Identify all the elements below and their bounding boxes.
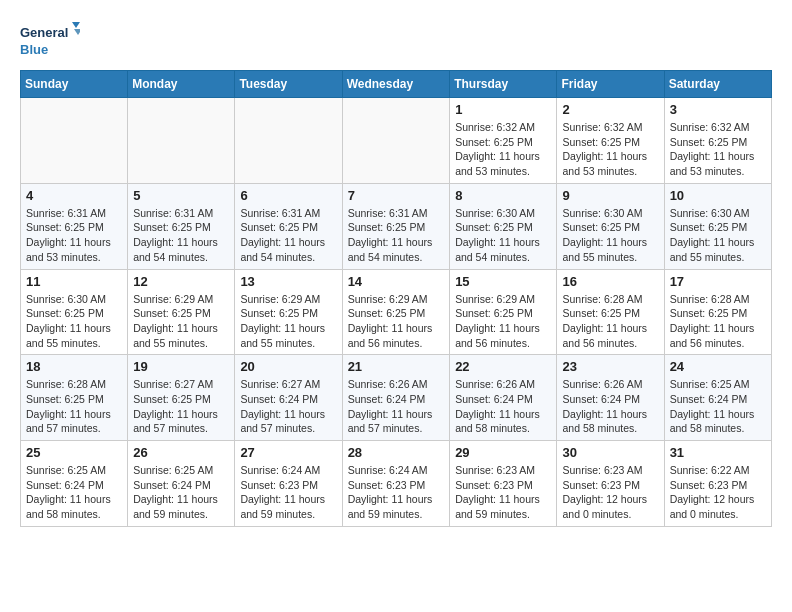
day-number: 20 (240, 359, 336, 374)
calendar-cell: 17Sunrise: 6:28 AM Sunset: 6:25 PM Dayli… (664, 269, 771, 355)
calendar-cell: 1Sunrise: 6:32 AM Sunset: 6:25 PM Daylig… (450, 98, 557, 184)
calendar-cell: 16Sunrise: 6:28 AM Sunset: 6:25 PM Dayli… (557, 269, 664, 355)
day-info: Sunrise: 6:30 AM Sunset: 6:25 PM Dayligh… (455, 206, 551, 265)
day-info: Sunrise: 6:27 AM Sunset: 6:24 PM Dayligh… (240, 377, 336, 436)
calendar-cell: 29Sunrise: 6:23 AM Sunset: 6:23 PM Dayli… (450, 441, 557, 527)
day-number: 24 (670, 359, 766, 374)
day-info: Sunrise: 6:26 AM Sunset: 6:24 PM Dayligh… (455, 377, 551, 436)
calendar-cell: 12Sunrise: 6:29 AM Sunset: 6:25 PM Dayli… (128, 269, 235, 355)
calendar-cell: 7Sunrise: 6:31 AM Sunset: 6:25 PM Daylig… (342, 183, 450, 269)
calendar-cell: 2Sunrise: 6:32 AM Sunset: 6:25 PM Daylig… (557, 98, 664, 184)
calendar-cell (21, 98, 128, 184)
day-number: 2 (562, 102, 658, 117)
week-row-4: 18Sunrise: 6:28 AM Sunset: 6:25 PM Dayli… (21, 355, 772, 441)
day-number: 10 (670, 188, 766, 203)
calendar-cell: 13Sunrise: 6:29 AM Sunset: 6:25 PM Dayli… (235, 269, 342, 355)
week-row-5: 25Sunrise: 6:25 AM Sunset: 6:24 PM Dayli… (21, 441, 772, 527)
day-info: Sunrise: 6:28 AM Sunset: 6:25 PM Dayligh… (562, 292, 658, 351)
week-row-1: 1Sunrise: 6:32 AM Sunset: 6:25 PM Daylig… (21, 98, 772, 184)
calendar-cell: 10Sunrise: 6:30 AM Sunset: 6:25 PM Dayli… (664, 183, 771, 269)
day-number: 15 (455, 274, 551, 289)
day-info: Sunrise: 6:29 AM Sunset: 6:25 PM Dayligh… (133, 292, 229, 351)
calendar-cell: 20Sunrise: 6:27 AM Sunset: 6:24 PM Dayli… (235, 355, 342, 441)
weekday-header-saturday: Saturday (664, 71, 771, 98)
calendar-table: SundayMondayTuesdayWednesdayThursdayFrid… (20, 70, 772, 527)
day-number: 19 (133, 359, 229, 374)
calendar-cell: 26Sunrise: 6:25 AM Sunset: 6:24 PM Dayli… (128, 441, 235, 527)
calendar-cell: 8Sunrise: 6:30 AM Sunset: 6:25 PM Daylig… (450, 183, 557, 269)
calendar-cell: 31Sunrise: 6:22 AM Sunset: 6:23 PM Dayli… (664, 441, 771, 527)
day-number: 11 (26, 274, 122, 289)
day-number: 21 (348, 359, 445, 374)
day-info: Sunrise: 6:25 AM Sunset: 6:24 PM Dayligh… (26, 463, 122, 522)
day-info: Sunrise: 6:24 AM Sunset: 6:23 PM Dayligh… (348, 463, 445, 522)
day-info: Sunrise: 6:24 AM Sunset: 6:23 PM Dayligh… (240, 463, 336, 522)
svg-text:Blue: Blue (20, 42, 48, 57)
day-number: 4 (26, 188, 122, 203)
calendar-cell: 21Sunrise: 6:26 AM Sunset: 6:24 PM Dayli… (342, 355, 450, 441)
weekday-header-wednesday: Wednesday (342, 71, 450, 98)
day-number: 13 (240, 274, 336, 289)
calendar-cell: 4Sunrise: 6:31 AM Sunset: 6:25 PM Daylig… (21, 183, 128, 269)
day-number: 23 (562, 359, 658, 374)
weekday-header-row: SundayMondayTuesdayWednesdayThursdayFrid… (21, 71, 772, 98)
calendar-cell: 30Sunrise: 6:23 AM Sunset: 6:23 PM Dayli… (557, 441, 664, 527)
day-number: 6 (240, 188, 336, 203)
day-info: Sunrise: 6:30 AM Sunset: 6:25 PM Dayligh… (670, 206, 766, 265)
day-info: Sunrise: 6:32 AM Sunset: 6:25 PM Dayligh… (562, 120, 658, 179)
day-number: 31 (670, 445, 766, 460)
day-info: Sunrise: 6:29 AM Sunset: 6:25 PM Dayligh… (240, 292, 336, 351)
day-number: 30 (562, 445, 658, 460)
day-info: Sunrise: 6:23 AM Sunset: 6:23 PM Dayligh… (562, 463, 658, 522)
day-info: Sunrise: 6:31 AM Sunset: 6:25 PM Dayligh… (133, 206, 229, 265)
svg-text:General: General (20, 25, 68, 40)
calendar-cell: 15Sunrise: 6:29 AM Sunset: 6:25 PM Dayli… (450, 269, 557, 355)
weekday-header-thursday: Thursday (450, 71, 557, 98)
calendar-cell: 6Sunrise: 6:31 AM Sunset: 6:25 PM Daylig… (235, 183, 342, 269)
day-info: Sunrise: 6:25 AM Sunset: 6:24 PM Dayligh… (133, 463, 229, 522)
day-number: 17 (670, 274, 766, 289)
week-row-3: 11Sunrise: 6:30 AM Sunset: 6:25 PM Dayli… (21, 269, 772, 355)
day-number: 26 (133, 445, 229, 460)
calendar-cell: 28Sunrise: 6:24 AM Sunset: 6:23 PM Dayli… (342, 441, 450, 527)
day-number: 8 (455, 188, 551, 203)
calendar-cell: 19Sunrise: 6:27 AM Sunset: 6:25 PM Dayli… (128, 355, 235, 441)
day-info: Sunrise: 6:30 AM Sunset: 6:25 PM Dayligh… (26, 292, 122, 351)
day-number: 9 (562, 188, 658, 203)
day-info: Sunrise: 6:31 AM Sunset: 6:25 PM Dayligh… (240, 206, 336, 265)
day-number: 16 (562, 274, 658, 289)
day-info: Sunrise: 6:26 AM Sunset: 6:24 PM Dayligh… (562, 377, 658, 436)
week-row-2: 4Sunrise: 6:31 AM Sunset: 6:25 PM Daylig… (21, 183, 772, 269)
day-info: Sunrise: 6:31 AM Sunset: 6:25 PM Dayligh… (348, 206, 445, 265)
calendar-cell: 22Sunrise: 6:26 AM Sunset: 6:24 PM Dayli… (450, 355, 557, 441)
calendar-cell: 27Sunrise: 6:24 AM Sunset: 6:23 PM Dayli… (235, 441, 342, 527)
day-info: Sunrise: 6:30 AM Sunset: 6:25 PM Dayligh… (562, 206, 658, 265)
svg-marker-3 (74, 29, 80, 35)
day-info: Sunrise: 6:28 AM Sunset: 6:25 PM Dayligh… (26, 377, 122, 436)
day-info: Sunrise: 6:22 AM Sunset: 6:23 PM Dayligh… (670, 463, 766, 522)
day-info: Sunrise: 6:32 AM Sunset: 6:25 PM Dayligh… (670, 120, 766, 179)
calendar-cell (235, 98, 342, 184)
calendar-cell: 9Sunrise: 6:30 AM Sunset: 6:25 PM Daylig… (557, 183, 664, 269)
calendar-cell: 3Sunrise: 6:32 AM Sunset: 6:25 PM Daylig… (664, 98, 771, 184)
day-info: Sunrise: 6:26 AM Sunset: 6:24 PM Dayligh… (348, 377, 445, 436)
day-info: Sunrise: 6:25 AM Sunset: 6:24 PM Dayligh… (670, 377, 766, 436)
day-info: Sunrise: 6:31 AM Sunset: 6:25 PM Dayligh… (26, 206, 122, 265)
calendar-cell: 23Sunrise: 6:26 AM Sunset: 6:24 PM Dayli… (557, 355, 664, 441)
day-info: Sunrise: 6:29 AM Sunset: 6:25 PM Dayligh… (348, 292, 445, 351)
calendar-cell: 25Sunrise: 6:25 AM Sunset: 6:24 PM Dayli… (21, 441, 128, 527)
day-info: Sunrise: 6:29 AM Sunset: 6:25 PM Dayligh… (455, 292, 551, 351)
day-number: 5 (133, 188, 229, 203)
day-number: 14 (348, 274, 445, 289)
day-number: 12 (133, 274, 229, 289)
weekday-header-monday: Monday (128, 71, 235, 98)
weekday-header-friday: Friday (557, 71, 664, 98)
calendar-cell (342, 98, 450, 184)
day-number: 27 (240, 445, 336, 460)
day-number: 3 (670, 102, 766, 117)
day-number: 29 (455, 445, 551, 460)
calendar-cell: 14Sunrise: 6:29 AM Sunset: 6:25 PM Dayli… (342, 269, 450, 355)
day-number: 7 (348, 188, 445, 203)
svg-marker-2 (72, 22, 80, 28)
calendar-cell: 18Sunrise: 6:28 AM Sunset: 6:25 PM Dayli… (21, 355, 128, 441)
